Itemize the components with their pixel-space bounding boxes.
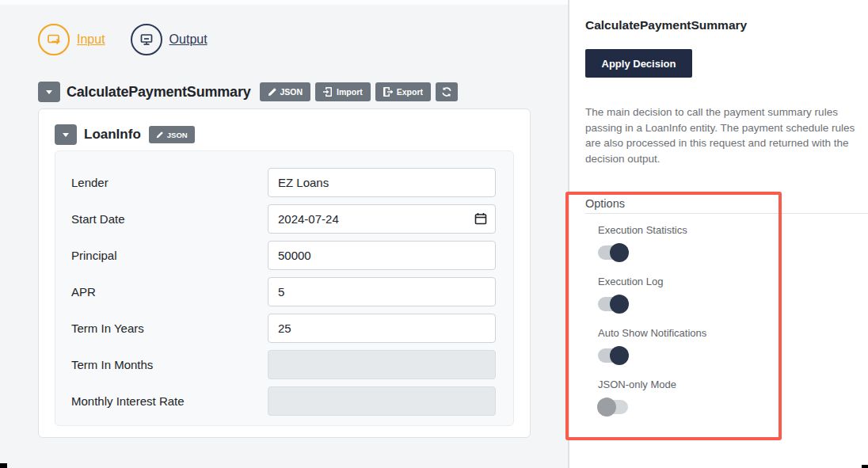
caret-down-icon — [46, 90, 52, 94]
monthly-interest-rate-input — [268, 386, 496, 416]
field-label: Principal — [71, 249, 268, 262]
field-label: Term In Months — [71, 358, 268, 371]
field-row-start-date: Start Date — [71, 204, 496, 234]
option-execution-statistics: Execution Statistics — [598, 224, 687, 262]
options-divider — [585, 213, 868, 214]
start-date-input[interactable] — [268, 204, 496, 234]
field-row-term-months: Term In Months — [71, 350, 496, 379]
tab-input[interactable]: Input — [38, 24, 105, 55]
options-heading: Options — [585, 197, 625, 210]
field-row-term-years: Term In Years — [71, 314, 496, 343]
field-label: Start Date — [71, 212, 268, 226]
toggle-knob — [610, 295, 629, 314]
json-only-mode-toggle[interactable] — [598, 398, 630, 417]
panel-title: CalculatePaymentSummary — [585, 18, 747, 32]
app: Input Output CalculatePaymentSummary — [0, 0, 868, 468]
io-tabs: Input Output — [38, 24, 207, 55]
apr-input[interactable] — [268, 277, 496, 306]
toggle-knob — [597, 398, 616, 417]
pencil-icon — [268, 88, 276, 97]
output-monitor-icon — [131, 24, 162, 55]
principal-input[interactable] — [268, 241, 496, 270]
collapse-loaninfo-button[interactable] — [55, 124, 77, 145]
apply-decision-button[interactable]: Apply Decision — [585, 49, 692, 78]
option-auto-show-notifications: Auto Show Notifications — [598, 327, 706, 365]
field-row-monthly-interest-rate: Monthly Interest Rate — [71, 386, 496, 416]
execution-statistics-toggle[interactable] — [598, 243, 630, 262]
field-row-lender: Lender — [71, 168, 496, 197]
field-label: Monthly Interest Rate — [71, 394, 268, 408]
collapse-decision-button[interactable] — [38, 82, 60, 102]
term-years-input[interactable] — [268, 314, 496, 343]
decision-description: The main decision to call the payment su… — [585, 105, 867, 166]
lender-input[interactable] — [268, 168, 496, 197]
input-pane: Input Output CalculatePaymentSummary — [0, 0, 568, 468]
loaninfo-card: LoanInfo JSON Lender Start Date — [38, 108, 531, 438]
loaninfo-header: LoanInfo JSON — [55, 124, 200, 145]
option-execution-log: Execution Log — [598, 276, 663, 314]
decision-title: CalculatePaymentSummary — [67, 84, 251, 101]
field-row-apr: APR — [71, 277, 496, 306]
calendar-icon[interactable] — [474, 212, 487, 228]
top-strip — [0, 0, 568, 5]
auto-show-notifications-toggle[interactable] — [598, 346, 630, 365]
refresh-button[interactable] — [436, 82, 458, 101]
export-button[interactable]: Export — [375, 82, 431, 101]
field-label: APR — [71, 285, 268, 299]
refresh-icon — [441, 86, 452, 97]
term-months-input — [268, 350, 496, 379]
option-label: Auto Show Notifications — [598, 327, 706, 339]
toggle-knob — [610, 243, 629, 262]
field-row-principal: Principal — [71, 241, 496, 270]
input-screen-icon — [38, 24, 70, 55]
pencil-icon — [156, 131, 163, 139]
field-label: Term In Years — [71, 322, 268, 335]
tab-output[interactable]: Output — [131, 24, 207, 55]
caret-down-icon — [63, 133, 69, 137]
decision-detail-panel: CalculatePaymentSummary Apply Decision T… — [568, 0, 868, 468]
loaninfo-title: LoanInfo — [84, 127, 141, 143]
option-label: Execution Statistics — [598, 224, 687, 236]
file-import-icon — [323, 87, 333, 97]
field-label: Lender — [71, 176, 268, 189]
decision-header: CalculatePaymentSummary JSON Import Expo… — [38, 82, 458, 102]
toggle-knob — [610, 346, 629, 365]
option-label: Execution Log — [598, 276, 663, 287]
loaninfo-json-button[interactable]: JSON — [149, 126, 195, 143]
input-tab-link[interactable]: Input — [77, 32, 105, 47]
loaninfo-form: Lender Start Date — [55, 150, 514, 426]
option-json-only-mode: JSON-only Mode — [598, 379, 676, 417]
option-label: JSON-only Mode — [598, 379, 676, 390]
import-button[interactable]: Import — [315, 82, 371, 101]
screenshot-artifact — [862, 465, 868, 468]
file-export-icon — [383, 87, 393, 97]
screenshot-artifact — [0, 463, 7, 468]
json-button[interactable]: JSON — [260, 82, 311, 101]
execution-log-toggle[interactable] — [598, 295, 630, 314]
output-tab-link[interactable]: Output — [169, 32, 207, 47]
